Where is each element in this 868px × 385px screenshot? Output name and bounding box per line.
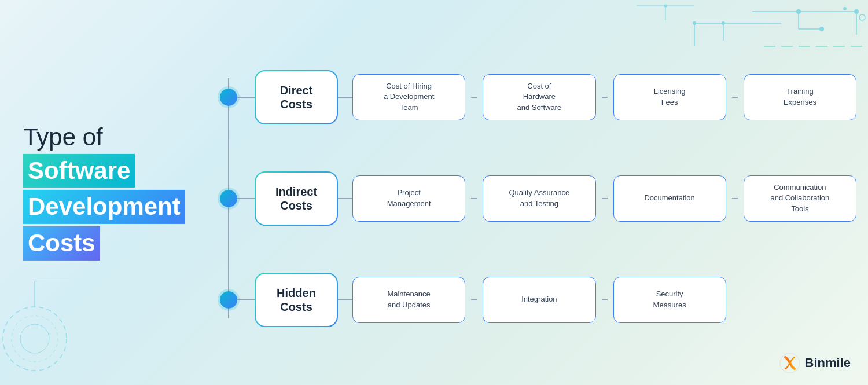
h-line-hidden-2 <box>338 299 352 300</box>
diagram-area: DirectCosts Cost of Hiringa DevelopmentT… <box>220 46 856 350</box>
direct-costs-items: Cost of Hiringa DevelopmentTeam Cost ofH… <box>352 74 856 120</box>
svg-point-25 <box>20 324 49 353</box>
sub-item-qa: Quality Assuranceand Testing <box>483 175 595 222</box>
binmile-icon <box>779 353 800 373</box>
sub-item-training: TrainingExpenses <box>744 74 856 120</box>
hidden-costs-row: HiddenCosts Maintenanceand Updates Integ… <box>220 268 856 332</box>
svg-point-11 <box>722 21 725 25</box>
h-line-indirect <box>237 198 255 199</box>
sub-item-hardware: Cost ofHardwareand Software <box>483 74 595 120</box>
direct-costs-box-wrapper: DirectCosts <box>255 70 338 124</box>
title-development: Development <box>23 190 185 224</box>
svg-point-22 <box>843 7 847 10</box>
hidden-costs-items: Maintenanceand Updates Integration Secur… <box>352 277 856 323</box>
h-line-hidden <box>237 299 255 300</box>
svg-point-23 <box>3 307 67 371</box>
hidden-costs-box-wrapper: HiddenCosts <box>255 273 338 327</box>
circuit-decoration-bottom-left <box>0 281 69 385</box>
sub-item-maintenance: Maintenanceand Updates <box>352 277 465 323</box>
sub-item-communication: Communicationand CollaborationTools <box>744 175 856 222</box>
binmile-text: Binmile <box>805 355 851 371</box>
title-software: Software <box>23 154 135 188</box>
indirect-costs-label: IndirectCosts <box>256 173 337 225</box>
indirect-costs-dot <box>220 190 237 207</box>
title-type-of: Type of <box>23 122 185 151</box>
hidden-costs-dot <box>220 291 237 309</box>
h-line-direct <box>237 97 255 98</box>
sub-item-integration: Integration <box>483 277 595 323</box>
binmile-logo: Binmile <box>779 353 851 373</box>
indirect-costs-items: ProjectManagement Quality Assuranceand T… <box>352 175 856 222</box>
h-line-indirect-2 <box>338 198 352 199</box>
sub-item-project-mgmt: ProjectManagement <box>352 175 465 222</box>
indirect-costs-row: IndirectCosts ProjectManagement Quality … <box>220 167 856 230</box>
svg-point-10 <box>693 21 696 25</box>
h-line-direct-2 <box>338 97 352 98</box>
direct-costs-label: DirectCosts <box>256 71 337 123</box>
svg-point-4 <box>796 9 801 14</box>
svg-point-21 <box>859 14 865 20</box>
direct-costs-dot <box>220 89 237 106</box>
sub-item-security: SecurityMeasures <box>613 277 726 323</box>
svg-point-14 <box>664 5 667 8</box>
sub-item-hiring: Cost of Hiringa DevelopmentTeam <box>352 74 465 120</box>
title-costs: Costs <box>23 226 100 261</box>
sub-item-documentation: Documentation <box>613 175 726 222</box>
svg-point-6 <box>819 27 824 31</box>
svg-point-24 <box>12 316 58 362</box>
svg-point-5 <box>854 9 859 14</box>
title-section: Type of Software Development Costs <box>23 122 185 262</box>
sub-item-licensing: LicensingFees <box>613 74 726 120</box>
direct-costs-row: DirectCosts Cost of Hiringa DevelopmentT… <box>220 65 856 129</box>
hidden-costs-label: HiddenCosts <box>256 274 337 326</box>
indirect-costs-box-wrapper: IndirectCosts <box>255 171 338 226</box>
